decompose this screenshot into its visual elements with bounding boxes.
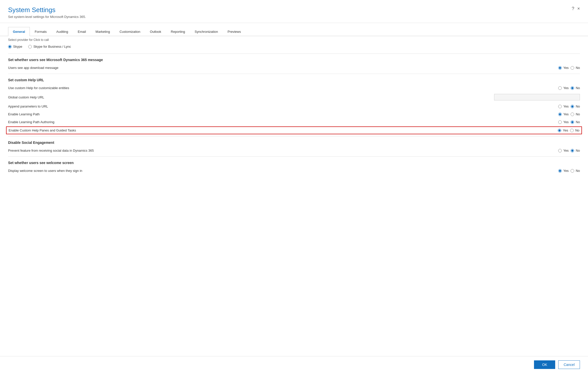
tab-synchronization[interactable]: Synchronization (190, 27, 223, 36)
section2-heading: Set custom Help URL (8, 78, 580, 82)
app-download-no-option[interactable]: No (571, 66, 580, 70)
custom-help-panes-yes-radio[interactable] (558, 129, 561, 132)
welcome-screen-yes-label: Yes (563, 169, 569, 173)
app-download-yes-option[interactable]: Yes (558, 66, 569, 70)
setting-row-append-params: Append parameters to URL Yes No (8, 102, 580, 110)
provider-label: Select provider for Click to call (8, 36, 580, 43)
learning-path-authoring-no-option[interactable]: No (571, 120, 580, 124)
provider-skype-business-option[interactable]: Skype for Business / Lync (28, 45, 71, 48)
tab-auditing[interactable]: Auditing (51, 27, 73, 36)
custom-help-panes-no-label: No (575, 128, 579, 132)
append-params-yes-radio[interactable] (558, 105, 562, 108)
setting-row-learning-path: Enable Learning Path Yes No (8, 110, 580, 118)
header-text: System Settings Set system-level setting… (8, 6, 86, 19)
setting-controls-append-params: Yes No (540, 104, 580, 108)
social-data-no-label: No (576, 149, 580, 152)
setting-label-append-params: Append parameters to URL (8, 104, 540, 108)
append-params-yes-option[interactable]: Yes (558, 104, 569, 108)
tab-formats[interactable]: Formats (30, 27, 51, 36)
custom-help-panes-yes-label: Yes (563, 128, 568, 132)
learning-path-no-option[interactable]: No (571, 112, 580, 116)
dialog-footer: OK Cancel (0, 356, 588, 373)
tab-reporting[interactable]: Reporting (166, 27, 190, 36)
social-data-no-radio[interactable] (571, 149, 574, 152)
welcome-screen-no-label: No (576, 169, 580, 173)
tab-outlook[interactable]: Outlook (145, 27, 166, 36)
app-download-no-radio[interactable] (571, 66, 574, 70)
custom-help-no-radio[interactable] (571, 86, 574, 90)
dialog-window-controls: ? × (572, 6, 580, 11)
setting-row-custom-help: Use custom Help for customizable entitie… (8, 84, 580, 92)
custom-help-yes-label: Yes (563, 86, 569, 90)
provider-skype-option[interactable]: Skype (8, 45, 22, 48)
custom-help-panes-no-option[interactable]: No (570, 128, 579, 132)
setting-controls-learning-path-authoring: Yes No (540, 120, 580, 124)
learning-path-authoring-no-label: No (576, 120, 580, 124)
social-data-yes-label: Yes (563, 149, 569, 152)
provider-skype-business-label: Skype for Business / Lync (33, 45, 71, 48)
provider-skype-radio[interactable] (8, 45, 12, 48)
section4-heading: Set whether users see welcome screen (8, 161, 580, 165)
system-settings-dialog: System Settings Set system-level setting… (0, 0, 588, 373)
learning-path-yes-radio[interactable] (558, 113, 562, 116)
setting-label-learning-path-authoring: Enable Learning Path Authoring (8, 120, 540, 124)
append-params-no-option[interactable]: No (571, 104, 580, 108)
tab-bar: General Formats Auditing Email Marketing… (0, 27, 588, 36)
welcome-screen-no-option[interactable]: No (571, 169, 580, 173)
app-download-yes-radio[interactable] (558, 66, 562, 70)
app-download-no-label: No (576, 66, 580, 70)
learning-path-no-radio[interactable] (571, 113, 574, 116)
welcome-screen-yes-option[interactable]: Yes (558, 169, 569, 173)
dialog-title: System Settings (8, 6, 86, 14)
setting-label-learning-path: Enable Learning Path (8, 112, 540, 116)
tab-general[interactable]: General (8, 27, 30, 36)
setting-label-help-url: Global custom Help URL (8, 95, 494, 99)
custom-help-panes-yes-option[interactable]: Yes (558, 128, 568, 132)
tab-customization[interactable]: Customization (115, 27, 145, 36)
dialog-header: System Settings Set system-level setting… (0, 0, 588, 23)
help-url-input[interactable] (494, 94, 580, 100)
custom-help-yes-option[interactable]: Yes (558, 86, 569, 90)
section3-heading: Disable Social Engagement (8, 141, 580, 145)
dialog-subtitle: Set system-level settings for Microsoft … (8, 15, 86, 19)
divider-2 (8, 74, 580, 74)
social-data-yes-option[interactable]: Yes (558, 149, 569, 152)
learning-path-authoring-yes-radio[interactable] (558, 120, 562, 124)
help-button[interactable]: ? (572, 6, 574, 11)
setting-row-help-url: Global custom Help URL (8, 92, 580, 102)
custom-help-no-option[interactable]: No (571, 86, 580, 90)
content-area: Select provider for Click to call Skype … (0, 36, 588, 356)
setting-controls-learning-path: Yes No (540, 112, 580, 116)
setting-row-welcome-screen: Display welcome screen to users when the… (8, 167, 580, 175)
custom-help-yes-radio[interactable] (558, 86, 562, 90)
close-button[interactable]: × (577, 6, 580, 11)
tab-marketing[interactable]: Marketing (91, 27, 115, 36)
learning-path-authoring-yes-option[interactable]: Yes (558, 120, 569, 124)
tab-email[interactable]: Email (73, 27, 91, 36)
section1-heading: Set whether users see Microsoft Dynamics… (8, 58, 580, 62)
custom-help-panes-no-radio[interactable] (570, 129, 574, 132)
social-data-no-option[interactable]: No (571, 149, 580, 152)
app-download-yes-label: Yes (563, 66, 569, 70)
welcome-screen-yes-radio[interactable] (558, 169, 562, 173)
divider-3 (8, 136, 580, 137)
provider-skype-business-radio[interactable] (28, 45, 32, 48)
append-params-no-radio[interactable] (571, 105, 574, 108)
append-params-yes-label: Yes (563, 104, 569, 108)
ok-button[interactable]: OK (534, 360, 555, 369)
tab-previews[interactable]: Previews (223, 27, 246, 36)
setting-label-custom-help: Use custom Help for customizable entitie… (8, 86, 540, 90)
cancel-button[interactable]: Cancel (558, 360, 580, 369)
setting-label-custom-help-panes: Enable Custom Help Panes and Guided Task… (9, 128, 539, 132)
social-data-yes-radio[interactable] (558, 149, 562, 152)
setting-row-social-data: Prevent feature from receiving social da… (8, 147, 580, 154)
setting-controls-welcome-screen: Yes No (540, 169, 580, 173)
setting-controls-custom-help: Yes No (540, 86, 580, 90)
learning-path-authoring-no-radio[interactable] (571, 120, 574, 124)
divider-1 (8, 54, 580, 54)
learning-path-no-label: No (576, 112, 580, 116)
setting-row-app-download: Users see app download message Yes No (8, 64, 580, 72)
learning-path-yes-option[interactable]: Yes (558, 112, 569, 116)
append-params-no-label: No (576, 104, 580, 108)
welcome-screen-no-radio[interactable] (571, 169, 574, 173)
